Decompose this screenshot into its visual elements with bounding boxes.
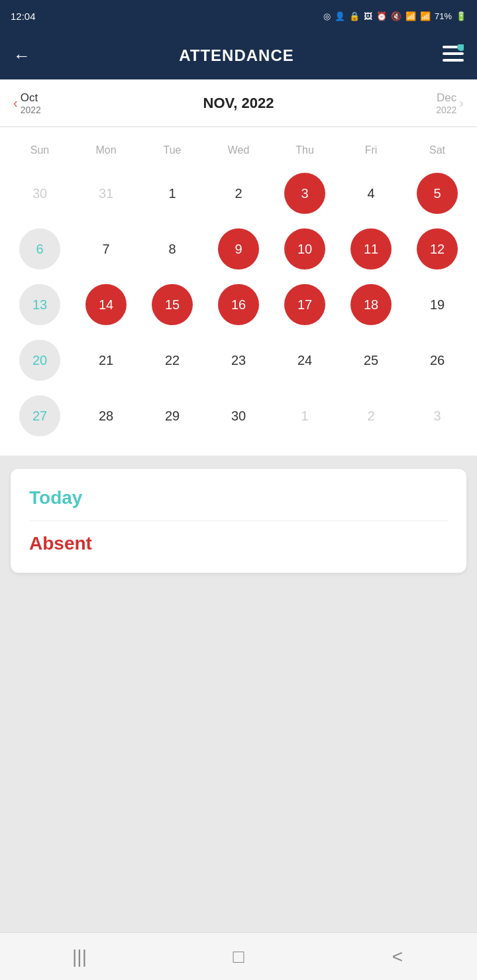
day-header-sat: Sat	[404, 139, 470, 162]
cal-day[interactable]: 30	[218, 395, 259, 436]
cal-day[interactable]: 30	[19, 173, 60, 214]
prev-arrow-icon: ‹	[13, 95, 18, 111]
battery-icon: 🔋	[456, 11, 466, 21]
cal-day[interactable]: 2	[218, 173, 259, 214]
cal-day[interactable]: 11	[350, 228, 392, 270]
calendar: SunMonTueWedThuFriSat 303112345678910111…	[0, 127, 477, 456]
cal-day[interactable]: 5	[417, 173, 458, 214]
image-icon: 🖼	[364, 11, 372, 21]
cal-day[interactable]: 13	[19, 284, 60, 325]
cal-day[interactable]: 15	[152, 284, 193, 325]
cal-cell: 9	[205, 222, 272, 275]
cal-cell: 2	[338, 389, 404, 442]
cal-cell: 19	[404, 278, 470, 331]
cal-day[interactable]: 7	[85, 228, 127, 270]
cal-day[interactable]: 18	[350, 284, 392, 325]
back-nav-button[interactable]: <	[378, 937, 417, 977]
bottom-nav: ||| □ <	[0, 932, 477, 980]
info-card: Today Absent	[11, 469, 466, 573]
back-button[interactable]: ←	[13, 46, 30, 66]
prev-month-label: Oct	[21, 91, 38, 105]
day-header-tue: Tue	[139, 139, 205, 162]
cal-day[interactable]: 17	[284, 284, 325, 325]
cal-day[interactable]: 9	[218, 228, 259, 270]
cal-day[interactable]: 31	[85, 173, 127, 214]
cal-day[interactable]: 29	[152, 395, 193, 436]
whatsapp-icon: ◎	[323, 11, 331, 21]
cal-cell: 10	[272, 222, 338, 275]
mute-icon: 🔇	[391, 11, 401, 21]
cal-day[interactable]: 1	[284, 395, 325, 436]
wifi-icon: 📶	[405, 11, 416, 21]
cal-cell: 23	[205, 334, 272, 387]
cal-day[interactable]: 19	[417, 284, 458, 325]
cal-cell: 31	[73, 167, 139, 220]
cal-day[interactable]: 21	[85, 340, 127, 381]
day-header-fri: Fri	[338, 139, 404, 162]
cal-cell: 5	[404, 167, 470, 220]
page-title: ATTENDANCE	[179, 46, 294, 65]
cal-cell: 29	[139, 389, 205, 442]
status-time: 12:04	[11, 11, 36, 22]
cal-day[interactable]: 16	[218, 284, 259, 325]
cal-day[interactable]: 25	[350, 340, 392, 381]
cal-day[interactable]: 28	[85, 395, 127, 436]
cal-cell: 16	[205, 278, 272, 331]
day-headers: SunMonTueWedThuFriSat	[0, 134, 477, 167]
cal-cell: 20	[7, 334, 73, 387]
cal-cell: 30	[7, 167, 73, 220]
cal-cell: 25	[338, 334, 404, 387]
cal-day[interactable]: 26	[417, 340, 458, 381]
cal-cell: 1	[139, 167, 205, 220]
prev-month-button[interactable]: ‹ Oct 2022	[13, 91, 41, 115]
cal-cell: 11	[338, 222, 404, 275]
cal-day[interactable]: 22	[152, 340, 193, 381]
today-label: Today	[29, 487, 448, 509]
next-month-button[interactable]: Dec 2022 ›	[436, 91, 464, 115]
day-header-thu: Thu	[272, 139, 338, 162]
alarm-icon: ⏰	[376, 11, 387, 21]
cal-day[interactable]: 8	[152, 228, 193, 270]
cal-cell: 27	[7, 389, 73, 442]
cal-cell: 12	[404, 222, 470, 275]
cal-cell: 18	[338, 278, 404, 331]
day-header-sun: Sun	[7, 139, 73, 162]
home-button[interactable]: □	[219, 937, 258, 977]
cal-day[interactable]: 2	[350, 395, 392, 436]
cal-cell: 21	[73, 334, 139, 387]
cal-day[interactable]: 3	[284, 173, 325, 214]
cal-day[interactable]: 10	[284, 228, 325, 270]
status-label: Absent	[29, 533, 448, 554]
current-month-label: NOV, 2022	[203, 95, 274, 112]
signal-icon: 📶	[420, 11, 431, 21]
account-icon: 👤	[335, 11, 345, 21]
cal-day[interactable]: 24	[284, 340, 325, 381]
cal-cell: 24	[272, 334, 338, 387]
recent-apps-button[interactable]: |||	[60, 937, 99, 977]
battery-text: 71%	[435, 11, 452, 21]
cal-day[interactable]: 14	[85, 284, 127, 325]
cal-cell: 26	[404, 334, 470, 387]
cal-day[interactable]: 27	[19, 395, 60, 436]
day-header-wed: Wed	[205, 139, 272, 162]
prev-year-label: 2022	[21, 105, 41, 115]
app-header: ← ATTENDANCE	[0, 32, 477, 79]
next-arrow-icon: ›	[459, 95, 464, 111]
cal-cell: 1	[272, 389, 338, 442]
next-month-label: Dec	[437, 91, 456, 105]
cal-day[interactable]: 4	[350, 173, 392, 214]
cal-day[interactable]: 20	[19, 340, 60, 381]
cal-cell: 3	[272, 167, 338, 220]
info-divider	[29, 520, 448, 521]
cal-cell: 13	[7, 278, 73, 331]
cal-day[interactable]: 6	[19, 228, 60, 270]
cal-day[interactable]: 1	[152, 173, 193, 214]
calendar-grid: 3031123456789101112131415161718192021222…	[0, 167, 477, 442]
cal-cell: 7	[73, 222, 139, 275]
cal-cell: 17	[272, 278, 338, 331]
cal-day[interactable]: 12	[417, 228, 458, 270]
cal-day[interactable]: 23	[218, 340, 259, 381]
cal-day[interactable]: 3	[417, 395, 458, 436]
menu-button[interactable]	[443, 44, 464, 67]
info-section: Today Absent	[0, 456, 477, 586]
